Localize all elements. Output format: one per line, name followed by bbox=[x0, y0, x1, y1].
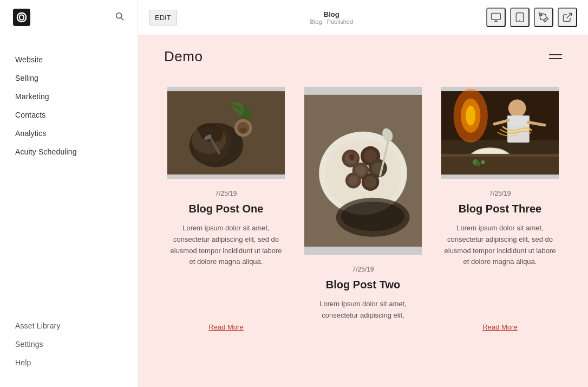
sidebar-item-acuity[interactable]: Acuity Scheduling bbox=[0, 143, 138, 161]
post-one-read-more[interactable]: Read More bbox=[208, 323, 243, 331]
svg-line-2 bbox=[121, 18, 124, 21]
edit-button[interactable]: EDIT bbox=[149, 10, 177, 25]
search-icon[interactable] bbox=[115, 11, 125, 23]
desktop-view-button[interactable] bbox=[486, 8, 506, 27]
svg-rect-50 bbox=[441, 155, 559, 175]
post-one-excerpt: Lorem ipsum dolor sit amet, consectetur … bbox=[167, 223, 285, 268]
desktop-icon bbox=[491, 12, 501, 23]
post-two-title: Blog Post Two bbox=[326, 279, 400, 291]
sidebar-item-website[interactable]: Website bbox=[0, 50, 138, 69]
sidebar-bottom-nav: Asset Library Settings Help bbox=[0, 317, 138, 387]
svg-rect-3 bbox=[492, 14, 501, 20]
svg-point-16 bbox=[239, 128, 247, 133]
svg-point-41 bbox=[466, 106, 475, 125]
post-two-excerpt: Lorem ipsum dolor sit amet, consectetur … bbox=[304, 299, 422, 321]
page-title: Blog bbox=[177, 10, 486, 18]
logo[interactable] bbox=[13, 9, 30, 26]
blog-grid: 7/25/19 Blog Post One Lorem ipsum dolor … bbox=[138, 78, 588, 366]
svg-rect-44 bbox=[507, 115, 530, 125]
svg-point-33 bbox=[364, 176, 376, 188]
svg-point-54 bbox=[481, 160, 485, 164]
svg-point-36 bbox=[341, 202, 405, 231]
post-three-date: 7/25/19 bbox=[489, 190, 511, 197]
topbar-actions bbox=[486, 8, 577, 27]
svg-point-53 bbox=[475, 161, 480, 166]
post-three-title: Blog Post Three bbox=[459, 203, 541, 215]
topbar: EDIT Blog Blog · Published bbox=[138, 0, 588, 35]
topbar-center: Blog Blog · Published bbox=[177, 10, 486, 25]
svg-line-9 bbox=[566, 14, 571, 18]
svg-point-8 bbox=[541, 15, 543, 16]
site-title: Demo bbox=[164, 48, 202, 65]
blog-post-two-image bbox=[304, 87, 422, 255]
hamburger-line-1 bbox=[549, 54, 562, 55]
svg-rect-51 bbox=[441, 154, 559, 157]
sidebar-top bbox=[0, 0, 138, 35]
design-icon bbox=[538, 12, 549, 23]
hamburger-line-2 bbox=[549, 58, 562, 59]
blog-card-post-one: 7/25/19 Blog Post One Lorem ipsum dolor … bbox=[158, 87, 295, 344]
blog-card-post-three: 7/25/19 Blog Post Three Lorem ipsum dolo… bbox=[432, 87, 569, 344]
main-area: EDIT Blog Blog · Published bbox=[138, 0, 588, 387]
svg-rect-0 bbox=[13, 9, 30, 26]
design-button[interactable] bbox=[534, 8, 553, 27]
post-two-date: 7/25/19 bbox=[352, 266, 374, 273]
sidebar: Website Selling Marketing Contacts Analy… bbox=[0, 0, 138, 387]
page-subtitle: Blog · Published bbox=[177, 18, 486, 25]
sidebar-item-help[interactable]: Help bbox=[0, 353, 138, 372]
site-header: Demo bbox=[138, 35, 588, 78]
post-one-date: 7/25/19 bbox=[215, 190, 237, 197]
sidebar-item-settings[interactable]: Settings bbox=[0, 335, 138, 353]
main-nav: Website Selling Marketing Contacts Analy… bbox=[0, 35, 138, 317]
sidebar-item-selling[interactable]: Selling bbox=[0, 69, 138, 87]
tablet-icon bbox=[514, 12, 525, 23]
sidebar-item-asset-library[interactable]: Asset Library bbox=[0, 317, 138, 335]
hamburger-menu[interactable] bbox=[549, 54, 562, 59]
post-one-title: Blog Post One bbox=[189, 203, 264, 215]
svg-point-42 bbox=[508, 100, 526, 118]
post-three-read-more[interactable]: Read More bbox=[482, 323, 517, 331]
blog-post-one-image bbox=[167, 87, 285, 179]
external-link-button[interactable] bbox=[558, 8, 577, 27]
post-three-excerpt: Lorem ipsum dolor sit amet, consectetur … bbox=[441, 223, 559, 268]
svg-point-31 bbox=[348, 176, 358, 185]
blog-post-three-image bbox=[441, 87, 559, 179]
tablet-view-button[interactable] bbox=[510, 8, 530, 27]
external-link-icon bbox=[562, 12, 573, 23]
canvas: Demo bbox=[138, 35, 588, 387]
sidebar-item-analytics[interactable]: Analytics bbox=[0, 124, 138, 143]
blog-card-post-two: 7/25/19 Blog Post Two Lorem ipsum dolor … bbox=[295, 87, 432, 344]
sidebar-item-marketing[interactable]: Marketing bbox=[0, 87, 138, 106]
sidebar-item-contacts[interactable]: Contacts bbox=[0, 106, 138, 124]
svg-point-1 bbox=[116, 13, 122, 18]
